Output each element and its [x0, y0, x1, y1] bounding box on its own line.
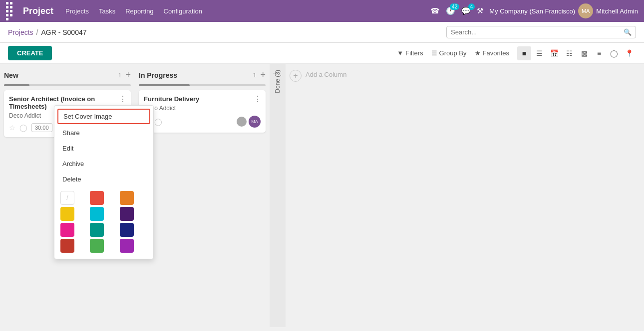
col-new-progress: [4, 84, 131, 86]
nav-reporting[interactable]: Reporting: [125, 7, 153, 15]
star-fav-icon: ★: [475, 49, 481, 57]
phone-icon[interactable]: ☎: [430, 6, 440, 15]
ctx-archive[interactable]: Archive: [54, 156, 153, 171]
context-menu: Set Cover Image Share Edit Archive Delet…: [54, 105, 154, 259]
col-inprogress-title: In Progress: [139, 71, 177, 79]
col-new-add-icon[interactable]: +: [125, 70, 131, 80]
activity-badge: 42: [450, 3, 459, 10]
app-grid-icon[interactable]: [6, 2, 15, 20]
view-switcher: ■ ☰ 📅 ☷ ▩ ≡ ◯ 📍: [517, 46, 636, 60]
col-new-progress-fill: [4, 84, 29, 86]
col-inprogress-count: 1: [253, 72, 257, 79]
card-in-progress-title: Furniture Delivery: [144, 95, 261, 103]
main-content: New 1 + ⋮ Senior Architect (Invoice on T…: [0, 64, 644, 327]
top-nav: Project Projects Tasks Reporting Configu…: [0, 0, 644, 22]
user-info: My Company (San Francisco) MA Mitchell A…: [489, 3, 638, 18]
card-in-progress-clock-icon[interactable]: ◯: [154, 118, 162, 126]
nav-configuration[interactable]: Configuration: [164, 7, 202, 15]
breadcrumb-current: AGR - S00047: [41, 28, 86, 36]
col-inprogress-header: In Progress 1 +: [139, 70, 266, 80]
add-column[interactable]: + Add a Column: [286, 64, 385, 327]
nav-tasks[interactable]: Tasks: [99, 7, 115, 15]
nav-right-section: ☎ 🕐 42 💬 4 ⚒ My Company (San Francisco) …: [430, 3, 638, 18]
user-avatar[interactable]: MA: [578, 3, 593, 18]
app-brand: Project: [23, 6, 53, 16]
card-in-progress-avatar-gray: [237, 117, 247, 127]
color-purple[interactable]: [120, 239, 134, 253]
user-name: Mitchell Admin: [596, 7, 638, 15]
activity-icon[interactable]: 🕐 42: [446, 6, 455, 15]
color-dark-purple[interactable]: [120, 207, 134, 221]
group-by-icon: ☰: [431, 49, 437, 57]
list-view-icon[interactable]: ☰: [532, 46, 546, 60]
company-name: My Company (San Francisco): [489, 7, 575, 15]
ctx-set-cover-image[interactable]: Set Cover Image: [57, 109, 150, 124]
map-view-icon[interactable]: 📍: [622, 46, 636, 60]
activity-view-icon[interactable]: ◯: [607, 46, 621, 60]
add-column-icon: +: [290, 70, 302, 82]
color-cyan[interactable]: [90, 207, 104, 221]
filter-bar: ▼ Filters ☰ Group By ★ Favorites ■ ☰ 📅 ☷…: [397, 46, 636, 60]
ctx-share[interactable]: Share: [54, 125, 153, 141]
card-furniture-delivery: ⋮ Furniture Delivery Deco Addict ☆ ◯ MA: [139, 90, 266, 133]
color-yellow[interactable]: [60, 207, 74, 221]
col-inprogress-progress: [139, 84, 266, 86]
messages-badge: 4: [468, 3, 475, 10]
col-new-title: New: [4, 71, 18, 79]
card-time-badge: 30:00: [31, 123, 52, 132]
action-bar: CREATE ▼ Filters ☰ Group By ★ Favorites …: [0, 43, 644, 64]
calendar-view-icon[interactable]: 📅: [547, 46, 561, 60]
col-inprogress-progress-fill: [139, 84, 190, 86]
card-in-progress-footer: ☆ ◯ MA: [144, 116, 261, 128]
color-red[interactable]: [90, 191, 104, 205]
card-star-icon[interactable]: ☆: [9, 124, 15, 132]
messages-icon[interactable]: 💬 4: [461, 6, 471, 15]
col-new-count: 1: [118, 72, 122, 79]
pivot-view-icon[interactable]: ≡: [592, 46, 606, 60]
ctx-delete[interactable]: Delete: [54, 171, 153, 187]
column-in-progress: In Progress 1 + ⋮ Furniture Delivery Dec…: [135, 64, 270, 327]
color-teal[interactable]: [90, 223, 104, 237]
add-column-label: Add a Column: [306, 70, 346, 78]
search-input[interactable]: [451, 28, 624, 36]
card-in-progress-subtitle: Deco Addict: [144, 105, 261, 112]
color-none[interactable]: /: [60, 191, 74, 205]
breadcrumb-separator: /: [36, 28, 38, 36]
nav-projects[interactable]: Projects: [65, 7, 89, 15]
kanban-board: New 1 + ⋮ Senior Architect (Invoice on T…: [0, 64, 644, 327]
table-view-icon[interactable]: ☷: [562, 46, 576, 60]
color-orange[interactable]: [120, 191, 134, 205]
create-button[interactable]: CREATE: [8, 46, 52, 60]
kanban-view-icon[interactable]: ■: [517, 46, 531, 60]
card-clock-icon[interactable]: ◯: [19, 124, 27, 132]
color-palette: /: [54, 187, 153, 257]
favorites-button[interactable]: ★ Favorites: [475, 49, 509, 57]
color-dark-blue[interactable]: [120, 223, 134, 237]
card-in-progress-menu-button[interactable]: ⋮: [254, 94, 262, 104]
done-col-label: Done (3): [274, 70, 281, 93]
col-inprogress-add-icon[interactable]: +: [260, 70, 266, 80]
card-menu-button[interactable]: ⋮: [119, 94, 127, 104]
column-new: New 1 + ⋮ Senior Architect (Invoice on T…: [0, 64, 135, 327]
col-new-header: New 1 +: [4, 70, 131, 80]
ctx-edit[interactable]: Edit: [54, 141, 153, 156]
card-senior-architect: ⋮ Senior Architect (Invoice on Timesheet…: [4, 90, 131, 137]
group-by-button[interactable]: ☰ Group By: [431, 49, 467, 57]
main-nav: Projects Tasks Reporting Configuration: [65, 7, 422, 15]
column-done: − Done (3): [270, 64, 286, 327]
color-crimson[interactable]: [60, 239, 74, 253]
settings-icon[interactable]: ⚒: [477, 6, 483, 15]
color-green[interactable]: [90, 239, 104, 253]
breadcrumb: Projects / AGR - S00047: [8, 28, 87, 36]
card-in-progress-avatar: MA: [249, 116, 261, 128]
search-icon[interactable]: 🔍: [624, 28, 632, 36]
filters-button[interactable]: ▼ Filters: [397, 49, 423, 57]
breadcrumb-root[interactable]: Projects: [8, 28, 33, 36]
filter-icon: ▼: [397, 49, 403, 57]
color-pink[interactable]: [60, 223, 74, 237]
graph-view-icon[interactable]: ▩: [577, 46, 591, 60]
search-bar: 🔍: [446, 26, 636, 38]
toolbar: Projects / AGR - S00047 🔍: [0, 22, 644, 43]
